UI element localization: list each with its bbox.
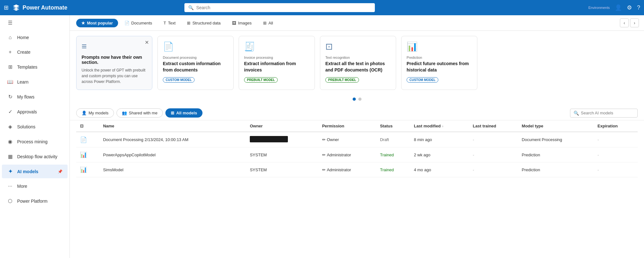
sidebar-item-templates[interactable]: ⊞ Templates <box>2 60 68 74</box>
sidebar-label-desktopflow: Desktop flow activity <box>17 154 57 159</box>
sidebar-label-powerplatform: Power Platform <box>17 199 48 204</box>
promo-icon: ≡ <box>82 41 87 51</box>
sidebar-item-home[interactable]: ⌂ Home <box>2 31 68 44</box>
carousel-dots <box>70 95 644 106</box>
table-row[interactable]: 📊 SimsModel SYSTEM ✏ Administrator <box>76 162 638 177</box>
sidebar-item-learn[interactable]: 📖 Learn <box>2 75 68 89</box>
row3-owner-cell: SYSTEM <box>246 162 318 177</box>
col-header-name[interactable]: Name <box>99 120 246 132</box>
approvals-icon: ✓ <box>7 109 13 115</box>
edit-icon-3: ✏ <box>322 167 326 172</box>
tab-shared-with-me[interactable]: 👥 Shared with me <box>116 108 163 118</box>
sidebar-item-desktop-flow[interactable]: ▦ Desktop flow activity <box>2 150 68 163</box>
prev-button[interactable]: ‹ <box>620 18 629 27</box>
settings-icon[interactable]: ⚙ <box>627 4 632 11</box>
sort-icon: ↓ <box>442 124 443 128</box>
row1-expiration-cell: - <box>594 132 638 147</box>
col-header-last-trained[interactable]: Last trained <box>469 120 518 132</box>
dot-1[interactable] <box>353 98 356 101</box>
card-subtitle-3: Text recognition <box>325 56 391 59</box>
filter-tab-images[interactable]: 🖼 Images <box>227 19 257 27</box>
search-bar[interactable]: 🔍 <box>184 3 375 12</box>
create-icon: + <box>7 49 13 55</box>
tab-all-models[interactable]: ⊞ All models <box>165 108 202 118</box>
row1-trained-cell: - <box>469 132 518 147</box>
grid-icon[interactable]: ⊞ <box>4 4 9 11</box>
model-search-bar[interactable]: 🔍 <box>570 109 638 118</box>
next-button[interactable]: › <box>630 18 639 27</box>
filter-tab-documents[interactable]: 📄 Documents <box>119 19 157 27</box>
row2-modified-cell: 2 wk ago <box>410 147 469 162</box>
topbar-right: Environments 👤 ⚙ ? <box>588 4 640 11</box>
filter-tab-all[interactable]: ⊞ All <box>258 19 278 27</box>
table-row[interactable]: 📄 Document Processing 2/13/2024, 10:00:1… <box>76 132 638 147</box>
card-badge-1: CUSTOM MODEL <box>163 77 195 83</box>
row2-permission-cell: ✏ Administrator <box>318 147 376 162</box>
dot-2[interactable] <box>358 98 362 101</box>
search-input[interactable] <box>196 5 371 10</box>
sidebar-item-create[interactable]: + Create <box>2 45 68 59</box>
sidebar-item-power-platform[interactable]: ⬡ Power Platform <box>2 194 68 208</box>
row2-name-cell: PowerAppsAppCopilotModel <box>99 147 246 162</box>
main-content: ★ Most popular 📄 Documents T Text ⊞ Stru… <box>70 15 644 258</box>
card-title-2: Extract information from invoices <box>244 61 309 73</box>
learn-icon: 📖 <box>7 79 13 85</box>
row3-status-cell: Trained <box>376 162 410 177</box>
sidebar-item-solutions[interactable]: ◈ Solutions <box>2 120 68 133</box>
filter-tab-text[interactable]: T Text <box>158 19 181 27</box>
templates-icon: ⊞ <box>7 64 13 70</box>
desktopflow-icon: ▦ <box>7 153 13 160</box>
row1-owner-cell <box>246 132 318 147</box>
card-title-3: Extract all the text in photos and PDF d… <box>325 61 391 73</box>
model-search-input[interactable] <box>581 111 634 115</box>
col-header-status[interactable]: Status <box>376 120 410 132</box>
sidebar-label-processmining: Process mining <box>17 139 48 144</box>
app-name: Power Automate <box>23 4 67 11</box>
sidebar-item-ai-models[interactable]: ✦ AI models 📌 <box>2 165 68 178</box>
layout: ☰ ⌂ Home + Create ⊞ Templates 📖 Learn ↻ … <box>0 15 644 258</box>
model-card-prediction[interactable]: 📊 Prediction Predict future outcomes fro… <box>401 36 477 90</box>
row2-status-cell: Trained <box>376 147 410 162</box>
row2-owner-cell: SYSTEM <box>246 147 318 162</box>
filter-tab-structured[interactable]: ⊞ Structured data <box>182 19 226 27</box>
sidebar-label-learn: Learn <box>17 79 29 85</box>
card-title-1: Extract custom information from document… <box>163 61 228 73</box>
col-header-icon: ⊡ <box>76 120 99 132</box>
sidebar-item-my-flows[interactable]: ↻ My flows <box>2 90 68 104</box>
model-card-invoice[interactable]: 🧾 Invoice processing Extract information… <box>239 36 315 90</box>
more-icon: ··· <box>7 183 13 189</box>
table-row[interactable]: 📊 PowerAppsAppCopilotModel SYSTEM ✏ Admi… <box>76 147 638 162</box>
row3-expiration-cell: - <box>594 162 638 177</box>
promo-body: Unlock the power of GPT with prebuilt an… <box>82 67 147 85</box>
model-card-doc-processing[interactable]: 📄 Document processing Extract custom inf… <box>157 36 234 90</box>
promo-close-button[interactable]: ✕ <box>145 39 149 45</box>
filter-tab-most-popular[interactable]: ★ Most popular <box>76 19 118 27</box>
help-icon[interactable]: ? <box>637 4 640 11</box>
sidebar-label-templates: Templates <box>17 64 37 70</box>
search-icon: 🔍 <box>188 5 194 10</box>
sidebar-label-home: Home <box>17 35 29 40</box>
col-header-last-modified[interactable]: Last modified ↓ <box>410 120 469 132</box>
col-header-permission[interactable]: Permission <box>318 120 376 132</box>
sidebar: ☰ ⌂ Home + Create ⊞ Templates 📖 Learn ↻ … <box>0 15 70 258</box>
col-icon-icon: ⊡ <box>80 124 83 128</box>
sidebar-label-approvals: Approvals <box>17 109 37 114</box>
tab-my-models[interactable]: 👤 My models <box>76 108 114 118</box>
col-header-owner[interactable]: Owner <box>246 120 318 132</box>
my-models-icon: 👤 <box>82 111 87 115</box>
sidebar-item-more[interactable]: ··· More <box>2 180 68 193</box>
model-card-text-recognition[interactable]: ⊡ Text recognition Extract all the text … <box>320 36 396 90</box>
sidebar-item-process-mining[interactable]: ◉ Process mining <box>2 135 68 148</box>
edit-icon-2: ✏ <box>322 153 326 157</box>
col-header-model-type[interactable]: Model type <box>518 120 594 132</box>
table-header-row: ⊡ Name Owner Permission <box>76 120 638 132</box>
col-header-expiration[interactable]: Expiration <box>594 120 638 132</box>
sidebar-hamburger[interactable]: ☰ <box>2 16 68 30</box>
person-icon[interactable]: 👤 <box>615 4 622 11</box>
images-icon: 🖼 <box>232 21 236 25</box>
myflows-icon: ↻ <box>7 94 13 100</box>
row2-trained-cell: - <box>469 147 518 162</box>
sidebar-item-approvals[interactable]: ✓ Approvals <box>2 105 68 119</box>
card-icon-ocr: ⊡ <box>325 41 391 52</box>
row2-icon-cell: 📊 <box>76 147 99 162</box>
